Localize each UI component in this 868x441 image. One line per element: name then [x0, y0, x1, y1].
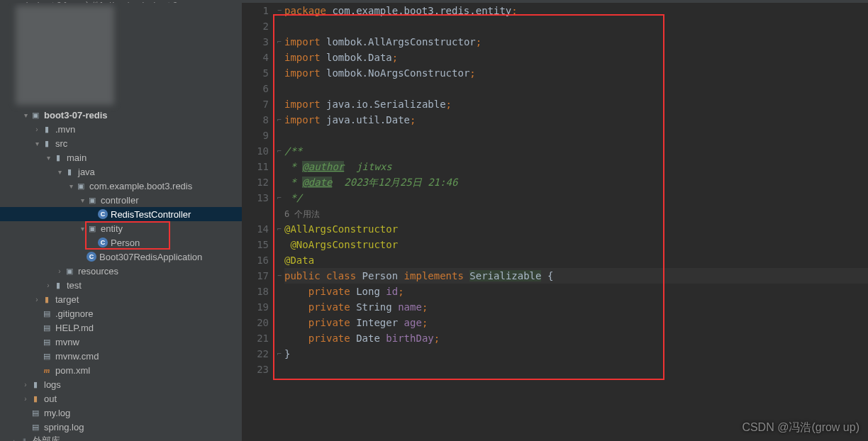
- fold-marker[interactable]: ⌐: [274, 190, 284, 206]
- line-number[interactable]: 15: [242, 237, 269, 252]
- fold-marker[interactable]: ⌐: [274, 112, 284, 128]
- expand-arrow-icon[interactable]: ›: [21, 395, 30, 403]
- fold-marker[interactable]: [274, 299, 284, 315]
- code-line[interactable]: @AllArgsConstructor: [284, 221, 868, 237]
- expand-arrow-icon[interactable]: ▾: [78, 225, 87, 233]
- fold-marker[interactable]: [274, 65, 284, 81]
- expand-arrow-icon[interactable]: ›: [10, 437, 18, 442]
- tree-node[interactable]: ▤spring.log: [0, 420, 242, 434]
- fold-marker[interactable]: ⌐: [274, 221, 284, 237]
- expand-arrow-icon[interactable]: ▾: [21, 111, 30, 119]
- line-number[interactable]: 5: [242, 65, 269, 81]
- expand-arrow-icon[interactable]: ▾: [78, 196, 87, 204]
- code-line[interactable]: import java.util.Date;: [284, 112, 868, 128]
- code-line[interactable]: * @author jitwxs: [284, 159, 868, 174]
- line-number[interactable]: 9: [242, 128, 269, 143]
- tree-node[interactable]: CPerson: [0, 235, 242, 250]
- line-number[interactable]: 2: [242, 18, 269, 34]
- line-number[interactable]: 23: [242, 362, 269, 377]
- line-number[interactable]: 21: [242, 330, 269, 346]
- tree-node[interactable]: ▤.gitignore: [0, 306, 242, 320]
- code-line[interactable]: public class Person implements Serializa…: [284, 268, 868, 284]
- fold-marker[interactable]: [274, 237, 284, 252]
- tree-node[interactable]: CBoot307RedisApplication: [0, 250, 242, 264]
- fold-marker[interactable]: [274, 50, 284, 65]
- line-number[interactable]: 17: [242, 268, 269, 284]
- tree-node[interactable]: ›▮logs: [0, 377, 242, 391]
- expand-arrow-icon[interactable]: ▾: [44, 154, 52, 162]
- fold-gutter[interactable]: −⌐⌐⌐⌐⌐−⌐: [274, 3, 284, 441]
- code-line[interactable]: @Data: [284, 252, 868, 268]
- fold-marker[interactable]: ⌐: [274, 34, 284, 50]
- tree-node[interactable]: ▾▮java: [0, 164, 242, 179]
- expand-arrow-icon[interactable]: ▾: [33, 140, 41, 147]
- code-line[interactable]: [284, 362, 868, 377]
- line-number[interactable]: 16: [242, 252, 269, 268]
- line-number[interactable]: 22: [242, 346, 269, 362]
- fold-marker[interactable]: [274, 159, 284, 174]
- line-number[interactable]: 19: [242, 299, 269, 315]
- tree-node[interactable]: ▾▣entity: [0, 221, 242, 235]
- tree-node[interactable]: ▾▮main: [0, 150, 242, 164]
- code-line[interactable]: import lombok.Data;: [284, 50, 868, 65]
- tree-node[interactable]: ▤mvnw.cmd: [0, 349, 242, 363]
- fold-marker[interactable]: [274, 252, 284, 268]
- code-line[interactable]: }: [284, 346, 868, 362]
- fold-marker[interactable]: [274, 96, 284, 112]
- code-line[interactable]: private Long id;: [284, 284, 868, 299]
- line-number[interactable]: 1: [242, 3, 269, 18]
- code-line[interactable]: import java.io.Serializable;: [284, 96, 868, 112]
- code-line[interactable]: [284, 128, 868, 143]
- fold-marker[interactable]: [274, 81, 284, 96]
- fold-marker[interactable]: [274, 18, 284, 34]
- expand-arrow-icon[interactable]: ›: [55, 267, 64, 275]
- expand-arrow-icon[interactable]: ▾: [55, 168, 64, 176]
- tree-node[interactable]: ▤mvnw: [0, 335, 242, 349]
- expand-arrow-icon[interactable]: ›: [33, 296, 41, 303]
- line-number[interactable]: 12: [242, 174, 269, 190]
- fold-marker[interactable]: −: [274, 3, 284, 18]
- fold-marker[interactable]: −: [274, 268, 284, 284]
- code-line[interactable]: @NoArgsConstructor: [284, 237, 868, 252]
- line-number[interactable]: 3: [242, 34, 269, 50]
- fold-marker[interactable]: [274, 315, 284, 330]
- tree-node[interactable]: ▾▣boot3-07-redis: [0, 108, 242, 122]
- code-line[interactable]: */: [284, 190, 868, 206]
- fold-marker[interactable]: [274, 362, 284, 377]
- tree-node[interactable]: ▤my.log: [0, 406, 242, 420]
- code-line[interactable]: [284, 18, 868, 34]
- code-line[interactable]: import lombok.NoArgsConstructor;: [284, 65, 868, 81]
- tree-node[interactable]: mpom.xml: [0, 363, 242, 377]
- tree-node[interactable]: ›▣resources: [0, 264, 242, 278]
- code-line[interactable]: package com.example.boot3.redis.entity;: [284, 3, 868, 18]
- tree-node[interactable]: ›▮.mvn: [0, 122, 242, 136]
- line-number[interactable]: 8: [242, 112, 269, 128]
- code-line[interactable]: private String name;: [284, 299, 868, 315]
- code-editor[interactable]: 1234567891011121314151617181920212223 −⌐…: [242, 3, 868, 441]
- code-line[interactable]: /**: [284, 143, 868, 159]
- line-number[interactable]: 10: [242, 143, 269, 159]
- project-tree[interactable]: ▾▣boot3-07-redis›▮.mvn▾▮src▾▮main▾▮java▾…: [0, 3, 242, 441]
- code-line[interactable]: * @date 2023年12月25日 21:46: [284, 174, 868, 190]
- line-number[interactable]: 4: [242, 50, 269, 65]
- code-body[interactable]: package com.example.boot3.redis.entity;i…: [284, 3, 868, 441]
- fold-marker[interactable]: [274, 330, 284, 346]
- tree-node[interactable]: ›▮out: [0, 391, 242, 406]
- code-line[interactable]: import lombok.AllArgsConstructor;: [284, 34, 868, 50]
- fold-marker[interactable]: ⌐: [274, 143, 284, 159]
- line-number[interactable]: 14: [242, 221, 269, 237]
- code-line[interactable]: private Integer age;: [284, 315, 868, 330]
- fold-marker[interactable]: [274, 128, 284, 143]
- tree-node[interactable]: ▾▣com.example.boot3.redis: [0, 179, 242, 193]
- tree-node[interactable]: ›▮target: [0, 292, 242, 306]
- fold-marker[interactable]: ⌐: [274, 346, 284, 362]
- expand-arrow-icon[interactable]: ▾: [67, 182, 75, 190]
- tree-node[interactable]: ▾▮src: [0, 136, 242, 150]
- code-line[interactable]: 6 个用法: [284, 206, 868, 221]
- line-number[interactable]: 13: [242, 190, 269, 206]
- fold-marker[interactable]: [274, 174, 284, 190]
- line-number[interactable]: 11: [242, 159, 269, 174]
- code-line[interactable]: [284, 81, 868, 96]
- line-number[interactable]: [242, 206, 269, 221]
- expand-arrow-icon[interactable]: ›: [44, 281, 52, 289]
